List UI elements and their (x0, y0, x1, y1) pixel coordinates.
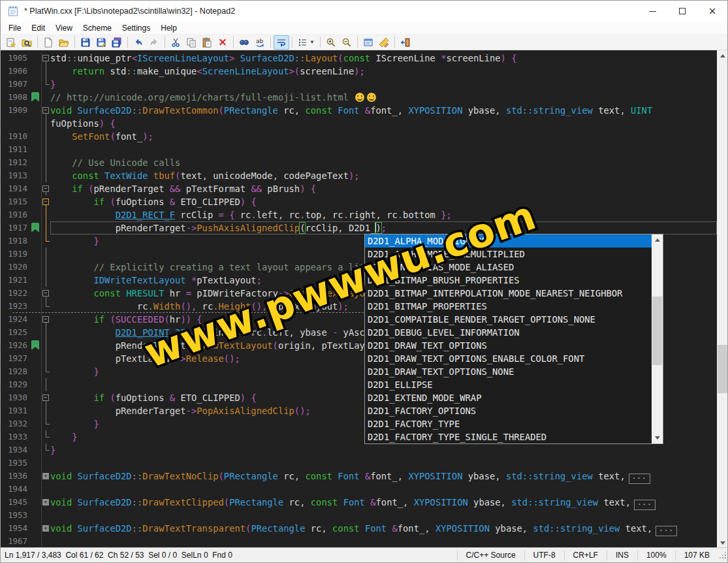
menu-scheme[interactable]: Scheme (78, 22, 117, 34)
bookmark-margin[interactable] (31, 130, 41, 143)
code-text[interactable]: void SurfaceD2D::DrawTextNoClip(PRectang… (50, 470, 717, 483)
fold-margin[interactable]: − (41, 287, 50, 300)
fold-margin[interactable] (41, 326, 50, 339)
autocomplete-item[interactable]: D2D1_DEBUG_LEVEL_INFORMATION (365, 326, 652, 339)
editor-vertical-scrollbar[interactable] (717, 50, 728, 549)
fold-margin[interactable]: + (41, 496, 50, 509)
code-text[interactable]: std::unique_ptr<IScreenLineLayout> Surfa… (50, 52, 717, 65)
line-number[interactable]: 1906 (1, 65, 31, 78)
bookmark-margin[interactable] (31, 104, 41, 117)
line-number[interactable]: 1930 (1, 391, 31, 404)
line-number[interactable]: 1917 (1, 221, 31, 234)
popup-scrollbar[interactable] (652, 234, 663, 443)
fold-margin[interactable] (41, 169, 50, 182)
code-line[interactable]: 1913 const TextWide tbuf(text, unicodeMo… (1, 169, 717, 182)
autocomplete-item[interactable]: D2D1_BITMAP_INTERPOLATION_MODE_NEAREST_N… (365, 287, 652, 300)
line-number[interactable]: 1909 (1, 104, 31, 117)
code-text[interactable]: return std::make_unique<ScreenLineLayout… (50, 65, 717, 78)
code-text[interactable]: D2D1_RECT_F rcClip = { rc.left, rc.top, … (50, 208, 717, 221)
code-text[interactable]: SetFont(font_); (50, 130, 717, 143)
bookmark-margin[interactable] (31, 391, 41, 404)
fold-margin[interactable] (41, 221, 50, 234)
fold-margin[interactable] (41, 404, 50, 417)
code-text[interactable]: const TextWide tbuf(text, unicodeMode, c… (50, 169, 717, 182)
bookmark-margin[interactable] (31, 208, 41, 221)
bookmark-margin[interactable] (31, 261, 41, 274)
line-number[interactable]: 1910 (1, 130, 31, 143)
scrollbar-thumb[interactable] (718, 345, 728, 393)
bookmark-margin[interactable] (31, 417, 41, 430)
autocomplete-item[interactable]: D2D1_BITMAP_PROPERTIES (365, 300, 652, 313)
line-number[interactable]: 1967 (1, 535, 31, 548)
save-file-button[interactable] (78, 35, 93, 50)
resize-grip[interactable] (718, 551, 727, 560)
code-text[interactable]: } (50, 78, 717, 91)
line-number[interactable]: 1935 (1, 457, 31, 470)
bookmark-margin[interactable] (31, 352, 41, 365)
line-number[interactable]: 1915 (1, 195, 31, 208)
line-number[interactable] (1, 117, 31, 130)
fold-margin[interactable]: + (41, 470, 50, 483)
line-number[interactable]: 1919 (1, 248, 31, 261)
line-number[interactable]: 1954 (1, 522, 31, 535)
code-text[interactable]: void SurfaceD2D::DrawTextCommon(PRectang… (50, 104, 717, 117)
bookmark-margin[interactable] (31, 535, 41, 548)
line-number[interactable]: 1944 (1, 483, 31, 496)
line-number[interactable]: 1931 (1, 404, 31, 417)
copy-button[interactable] (183, 35, 199, 50)
line-number[interactable]: 1925 (1, 326, 31, 339)
autocomplete-item[interactable]: D2D1_DRAW_TEXT_OPTIONS (365, 339, 652, 352)
minimize-button[interactable] (637, 1, 667, 22)
fold-margin[interactable] (41, 143, 50, 156)
code-line[interactable]: 1935 (1, 457, 717, 470)
code-text[interactable] (50, 535, 717, 548)
code-text[interactable]: // Use Unicode calls (50, 156, 717, 169)
bookmark-margin[interactable] (31, 457, 41, 470)
code-line[interactable]: fuOptions) { (1, 117, 717, 130)
line-number[interactable]: 1916 (1, 208, 31, 221)
line-number[interactable]: 1920 (1, 261, 31, 274)
code-line[interactable]: 1914− if (pRenderTarget && pTextFormat &… (1, 182, 717, 195)
fold-margin[interactable] (41, 300, 50, 313)
bookmark-margin[interactable] (31, 470, 41, 483)
bookmark-margin[interactable] (31, 287, 41, 300)
bookmark-margin[interactable] (31, 91, 41, 104)
fold-margin[interactable]: − (41, 195, 50, 208)
code-line[interactable]: 1954+void SurfaceD2D::DrawTextTransparen… (1, 522, 717, 535)
code-text[interactable]: } (50, 443, 717, 457)
code-text[interactable]: if (fuOptions & ETO_CLIPPED) { (50, 195, 717, 208)
code-line[interactable]: 1936+void SurfaceD2D::DrawTextNoClip(PRe… (1, 470, 717, 483)
status-eol-mode[interactable]: CR+LF (564, 551, 607, 560)
code-text[interactable]: void SurfaceD2D::DrawTextTransparent(PRe… (50, 522, 717, 535)
bookmark-margin[interactable] (31, 117, 41, 130)
fold-margin[interactable] (41, 91, 50, 104)
line-number[interactable]: 1924 (1, 313, 31, 326)
bookmark-margin[interactable] (31, 143, 41, 156)
fold-margin[interactable]: − (41, 182, 50, 195)
bookmark-margin[interactable] (31, 169, 41, 182)
fold-margin[interactable] (41, 274, 50, 287)
menu-edit[interactable]: Edit (26, 22, 50, 34)
new-window-button[interactable] (3, 35, 19, 50)
scroll-up-button[interactable] (717, 50, 728, 61)
delete-button[interactable] (215, 35, 230, 50)
code-line[interactable]: 1910 SetFont(font_); (1, 130, 717, 143)
bookmark-margin[interactable] (31, 221, 41, 234)
bookmark-margin[interactable] (31, 274, 41, 287)
redo-button[interactable] (146, 35, 162, 50)
fold-margin[interactable] (41, 339, 50, 352)
bookmark-margin[interactable] (31, 404, 41, 417)
bookmark-margin[interactable] (31, 300, 41, 313)
bookmark-margin[interactable] (31, 509, 41, 522)
code-line[interactable]: 1909−void SurfaceD2D::DrawTextCommon(PRe… (1, 104, 717, 117)
code-line[interactable]: 1945+void SurfaceD2D::DrawTextClipped(PR… (1, 496, 717, 509)
open-file-button[interactable] (56, 35, 72, 50)
autocomplete-item[interactable]: D2D1_ANTIALIAS_MODE_ALIASED (365, 261, 652, 274)
code-line[interactable]: 1907} (1, 78, 717, 91)
undo-button[interactable] (131, 35, 146, 50)
bookmark-margin[interactable] (31, 496, 41, 509)
fold-margin[interactable] (41, 78, 50, 91)
code-line[interactable]: 1944 (1, 483, 717, 496)
bookmark-margin[interactable] (31, 339, 41, 352)
fold-margin[interactable] (41, 352, 50, 365)
